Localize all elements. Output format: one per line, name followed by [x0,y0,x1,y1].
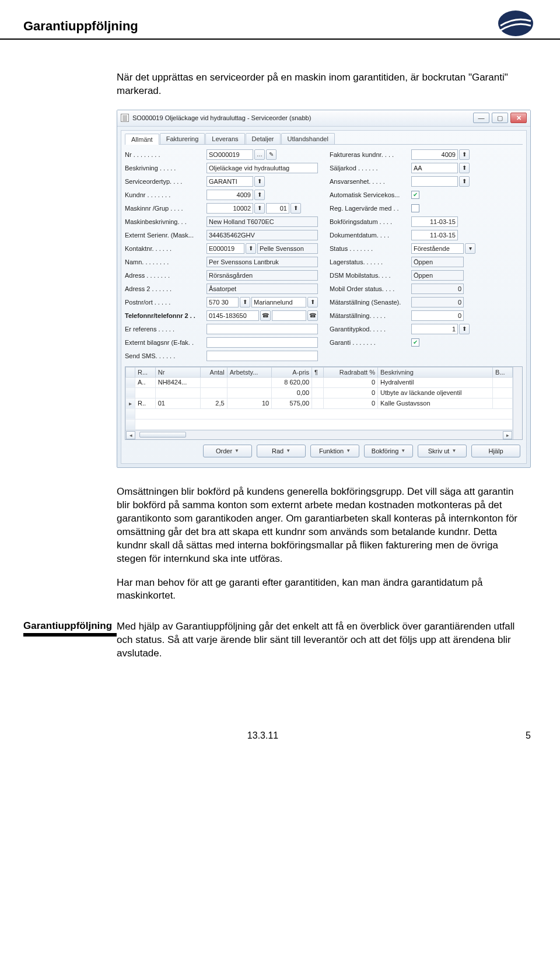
lookup-icon[interactable]: ⬆ [254,176,265,187]
label-serviceordertyp: Serviceordertyp. . . . [125,178,206,185]
bokforing-button[interactable]: Bokföring▼ [364,445,413,457]
content: När det upprättas en serviceorder på en … [0,71,560,603]
label-adress2: Adress 2 . . . . . . [125,285,206,292]
edit-icon[interactable]: ✎ [266,149,276,160]
label-mobilorder: Mobil Order status. . . . [330,285,411,292]
maskinnr-field[interactable]: 10002 [206,203,253,214]
phone-icon[interactable]: ☎ [260,310,271,321]
send-sms-field[interactable] [206,351,318,361]
adress2-field: Åsatorpet [206,284,318,294]
window-title: SO000019 Oljeläckage vid hydrauluttag - … [132,114,473,121]
faktureras-field[interactable]: 4009 [411,149,458,160]
grid-row[interactable] [126,419,513,429]
label-namn: Namn. . . . . . . . [125,258,206,265]
label-maskinbeskrivning: Maskinbeskrivning. . . [125,218,206,225]
funktion-button[interactable]: Funktion▼ [310,445,359,457]
beskrivning-field[interactable]: Oljeläckage vid hydrauluttag [206,163,318,173]
col-beskrivning[interactable]: Beskrivning [378,367,493,377]
body-para-1: Omsättningen blir bokförd på kundens gen… [117,485,525,566]
label-postnr: Postnr/ort . . . . . [125,299,206,306]
tab-fakturering[interactable]: Fakturering [160,133,205,144]
section-heading: Garantiuppföljning [23,620,117,637]
kontaktnr-field[interactable]: E000019 [206,243,244,254]
lookup-icon[interactable]: ⬆ [459,324,470,334]
mobilorder-field: 0 [411,284,464,294]
horizontal-scrollbar[interactable]: ◂ ▸ [125,430,513,439]
scroll-thumb[interactable] [139,432,186,438]
label-dokumentdatum: Dokumentdatum. . . . [330,232,411,239]
grid-row[interactable]: ▸ R.. 01 2,5 10 575,00 0 Kalle Gustavsso… [126,398,513,408]
page-header: Garantiuppföljning [0,0,560,40]
garanti-checkbox[interactable]: ✔ [411,338,419,347]
label-telefonnr: Telefonnr/telefonnr 2 . . [125,312,206,319]
minimize-button[interactable]: — [473,113,489,123]
grid-row[interactable]: A.. NH8424... 8 620,00 0 Hydralventil [126,377,513,387]
section-row: Garantiuppföljning Med hjälp av Garantiu… [0,620,560,660]
lookup-icon[interactable]: … [254,149,265,160]
externt-bilagsnr-field[interactable] [206,337,318,348]
garantitypkod-field[interactable]: 1 [411,324,458,334]
ort-field[interactable]: Mariannelund [251,297,306,307]
col-arbetsty[interactable]: Arbetsty... [227,367,272,377]
telefonnr2-field[interactable] [272,310,306,321]
saljarkod-field[interactable]: AA [411,163,458,173]
line-grid: R... Nr Antal Arbetsty... A-pris ¶ Radra… [125,366,523,440]
telefonnr-field[interactable]: 0145-183650 [206,310,259,321]
tab-detaljer[interactable]: Detaljer [246,133,281,144]
lookup-icon[interactable]: ⬆ [459,149,470,160]
label-kontaktnr: Kontaktnr. . . . . . [125,245,206,252]
phone-icon[interactable]: ☎ [307,310,318,321]
order-button[interactable]: Order▼ [203,445,252,457]
close-button[interactable]: ✕ [510,113,527,123]
form-left-column: Nr . . . . . . . . SO000019 … ✎ Beskrivn… [125,148,318,363]
col-apris[interactable]: A-pris [272,367,312,377]
lookup-icon[interactable]: ⬆ [290,203,301,214]
postnr-field[interactable]: 570 30 [206,297,239,307]
lookup-icon[interactable]: ⬆ [459,163,470,173]
externt-serienr-field: 344635462GHV [206,230,318,240]
col-r[interactable]: R... [135,367,156,377]
dokumentdatum-field[interactable]: 11-03-15 [411,230,458,240]
footer-version: 13.3.11 [247,730,278,740]
lookup-icon[interactable]: ⬆ [246,243,256,254]
chevron-down-icon: ▼ [401,448,405,453]
reglager-checkbox[interactable] [411,204,419,212]
grid-row[interactable] [126,408,513,419]
ansvarsenhet-field[interactable] [411,176,458,187]
lookup-icon[interactable]: ⬆ [307,297,318,307]
tab-allmant[interactable]: Allmänt [125,134,159,145]
vertical-scrollbar[interactable] [513,367,522,439]
col-nr[interactable]: Nr [155,367,201,377]
status-field[interactable]: Förestående [411,243,464,254]
lookup-icon[interactable]: ⬆ [240,297,250,307]
lookup-icon[interactable]: ⬆ [254,203,265,214]
autoservicekos-checkbox[interactable]: ✔ [411,191,419,199]
rad-button[interactable]: Rad▼ [257,445,306,457]
maximize-button[interactable]: ▢ [492,113,508,123]
lookup-icon[interactable]: ⬆ [254,190,265,200]
bokforingsdatum-field[interactable]: 11-03-15 [411,216,458,227]
maskinnr-sub-field[interactable]: 01 [266,203,289,214]
chevron-down-icon: ▼ [286,448,290,453]
label-faktureras: Faktureras kundnr. . . . [330,151,411,158]
col-radrabatt[interactable]: Radrabatt % [323,367,377,377]
tab-leverans[interactable]: Leverans [205,133,244,144]
matarstallning-field[interactable]: 0 [411,310,464,321]
grid-row[interactable]: 0,00 0 Utbyte av läckande oljeventil [126,387,513,398]
skrivut-button[interactable]: Skriv ut▼ [418,445,467,457]
nr-field[interactable]: SO000019 [206,149,253,160]
col-antal[interactable]: Antal [201,367,227,377]
serviceordertyp-field[interactable]: GARANTI [206,176,253,187]
scroll-right-icon[interactable]: ▸ [503,431,512,439]
kundnr-field[interactable]: 4009 [206,190,253,200]
col-para[interactable]: ¶ [312,367,324,377]
dropdown-icon[interactable]: ▾ [465,243,475,254]
scroll-left-icon[interactable]: ◂ [126,431,135,439]
col-b[interactable]: B... [493,367,513,377]
form-right-column: Faktureras kundnr. . . . 4009⬆ Säljarkod… [330,148,523,363]
hjalp-button[interactable]: Hjälp [471,445,520,457]
lookup-icon[interactable]: ⬆ [459,176,470,187]
label-bokforingsdatum: Bokföringsdatum . . . . [330,218,411,225]
erreferens-field[interactable] [206,324,318,334]
tab-utlandshandel[interactable]: Utlandshandel [281,133,335,144]
